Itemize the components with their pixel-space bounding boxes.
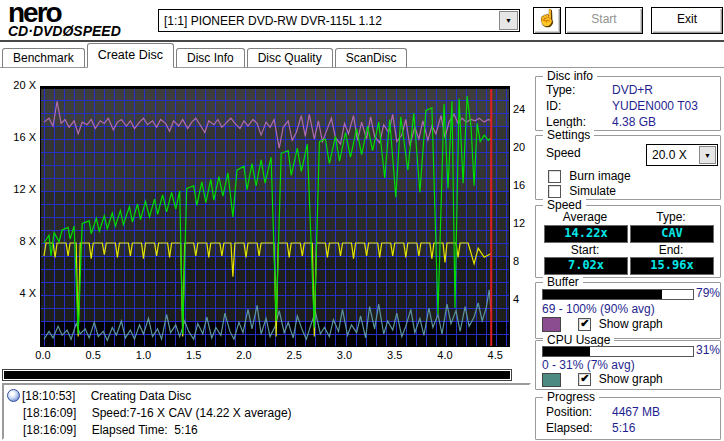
drive-options-button[interactable]: ☝	[533, 7, 561, 34]
row-value: DVD+R	[612, 82, 653, 98]
left-axis-tick: 20 X	[2, 79, 36, 92]
tab-disc-quality[interactable]: Disc Quality	[247, 48, 333, 68]
left-axis-tick: 4 X	[2, 287, 36, 300]
speed-select-combobox[interactable]: 20.0 X ▼	[646, 144, 718, 166]
chevron-down-icon[interactable]: ▼	[499, 11, 518, 30]
position-progressbar-fill	[4, 371, 510, 379]
row-value: 4467 MB	[612, 404, 660, 420]
event-log[interactable]: [18:10:53] Creating Data Disc[18:16:09] …	[2, 383, 531, 440]
buffer-bar-fill	[543, 290, 662, 299]
x-axis-tick: 4.5	[480, 349, 510, 361]
right-axis-tick: 8	[513, 255, 537, 268]
info-row: ID:YUDEN000 T03	[546, 98, 716, 114]
row-label: Elapsed:	[546, 421, 593, 435]
row-value: 4.38 GB	[612, 114, 656, 130]
buffer-range: 69 - 100% (90% avg)	[542, 302, 655, 316]
log-message: Elapsed Time: 5:16	[85, 423, 198, 437]
tab-benchmark[interactable]: Benchmark	[2, 48, 85, 68]
x-axis-tick: 1.0	[129, 349, 159, 361]
row-label: ID:	[546, 99, 561, 113]
left-axis-tick: 16 X	[2, 131, 36, 144]
right-axis-tick: 12	[513, 217, 537, 230]
right-axis-tick: 20	[513, 141, 537, 154]
type-label: Type:	[630, 210, 712, 224]
cpu-usage-group: CPU Usage 31% 0 - 31% (7% avg) ✔ Show gr…	[535, 340, 721, 390]
buffer-show-graph-label: Show graph	[599, 317, 663, 331]
row-label: Type:	[546, 83, 575, 97]
end-speed-label: End:	[630, 243, 712, 257]
cd-dvd-speed-logo-text: CD·DVDØSPEED	[8, 23, 153, 39]
cpu-show-graph-label: Show graph	[599, 372, 663, 386]
buffer-percent: 79%	[696, 286, 720, 300]
disc-info-icon	[7, 389, 20, 402]
log-row: [18:16:09] Speed:7-16 X CAV (14.22 X ave…	[7, 404, 527, 421]
hand-icon: ☝	[537, 9, 557, 26]
start-button[interactable]: Start	[565, 7, 643, 34]
disc-info-group: Disc info Type:DVD+RID:YUDEN000 T03Lengt…	[535, 76, 721, 131]
x-axis-tick: 4.0	[430, 349, 460, 361]
cpu-show-graph-checkbox[interactable]: ✔	[578, 373, 591, 386]
buffer-show-graph-checkbox[interactable]: ✔	[578, 318, 591, 331]
row-value: YUDEN000 T03	[612, 98, 698, 114]
cpu-graph-swatch	[542, 373, 561, 387]
start-speed-value: 7.02x	[544, 257, 628, 275]
left-axis-tick: 12 X	[2, 183, 36, 196]
type-value: CAV	[630, 225, 714, 243]
burn-image-checkbox[interactable]	[548, 170, 561, 183]
group-title: Disc info	[543, 69, 597, 83]
disc-symbol-icon: Ø	[62, 23, 73, 39]
exit-button[interactable]: Exit	[651, 7, 723, 34]
average-value: 14.22x	[544, 225, 628, 243]
speed-group: Speed Average Type: 14.22x CAV Start: En…	[535, 205, 721, 278]
log-row: [18:10:53] Creating Data Disc	[7, 387, 527, 404]
progress-group: Progress Position:4467 MBElapsed:5:16	[535, 397, 721, 440]
tab-disc-info[interactable]: Disc Info	[176, 48, 245, 68]
x-axis-tick: 3.0	[330, 349, 360, 361]
cpu-range: 0 - 31% (7% avg)	[542, 358, 635, 372]
drive-select-value: [1:1] PIONEER DVD-RW DVR-115L 1.12	[159, 14, 498, 28]
row-value: 5:16	[612, 420, 635, 436]
log-time: [18:16:09]	[23, 406, 85, 420]
buffer-graph-swatch	[542, 317, 561, 332]
group-title: CPU Usage	[543, 333, 614, 347]
cpu-bar-fill	[543, 347, 590, 356]
log-time: [18:10:53]	[22, 389, 84, 403]
log-message: Creating Data Disc	[84, 389, 191, 403]
cpu-percent: 31%	[696, 343, 720, 357]
simulate-label: Simulate	[569, 184, 616, 198]
x-axis-tick: 0.5	[78, 349, 108, 361]
x-axis-tick: 0.0	[28, 349, 58, 361]
info-row: Position:4467 MB	[546, 404, 716, 420]
drive-select-combobox[interactable]: [1:1] PIONEER DVD-RW DVR-115L 1.12 ▼	[158, 9, 520, 32]
settings-group: Settings Speed 20.0 X ▼ Burn image Simul…	[535, 135, 721, 200]
log-message: Speed:7-16 X CAV (14.22 X average)	[85, 406, 292, 420]
group-title: Progress	[543, 390, 599, 404]
row-label: Position:	[546, 405, 592, 419]
info-row: Type:DVD+R	[546, 82, 716, 98]
x-axis-tick: 2.0	[229, 349, 259, 361]
right-axis-tick: 16	[513, 179, 537, 192]
cpu-bar	[542, 346, 694, 357]
buffer-bar	[542, 289, 694, 300]
burn-image-label: Burn image	[569, 169, 630, 183]
log-row: [18:16:09] Elapsed Time: 5:16	[7, 421, 527, 438]
log-time: [18:16:09]	[23, 423, 85, 437]
position-progressbar	[2, 369, 512, 381]
x-axis-tick: 3.5	[380, 349, 410, 361]
tab-create-disc[interactable]: Create Disc	[87, 43, 174, 68]
group-title: Settings	[543, 128, 594, 142]
chart-plot-svg	[41, 87, 509, 346]
start-speed-label: Start:	[544, 243, 626, 257]
group-title: Buffer	[543, 275, 583, 289]
nero-logo: nero CD·DVDØSPEED	[8, 0, 153, 39]
tab-scandisc[interactable]: ScanDisc	[335, 48, 408, 68]
x-axis-tick: 2.5	[279, 349, 309, 361]
tab-bar: BenchmarkCreate DiscDisc InfoDisc Qualit…	[2, 44, 409, 68]
info-row: Elapsed:5:16	[546, 420, 716, 436]
chevron-down-icon[interactable]: ▼	[699, 146, 716, 164]
row-label: Length:	[546, 115, 586, 129]
right-axis-tick: 4	[513, 293, 537, 306]
chart-plot-area	[40, 86, 510, 347]
simulate-checkbox[interactable]	[548, 185, 561, 198]
left-axis-tick: 8 X	[2, 235, 36, 248]
